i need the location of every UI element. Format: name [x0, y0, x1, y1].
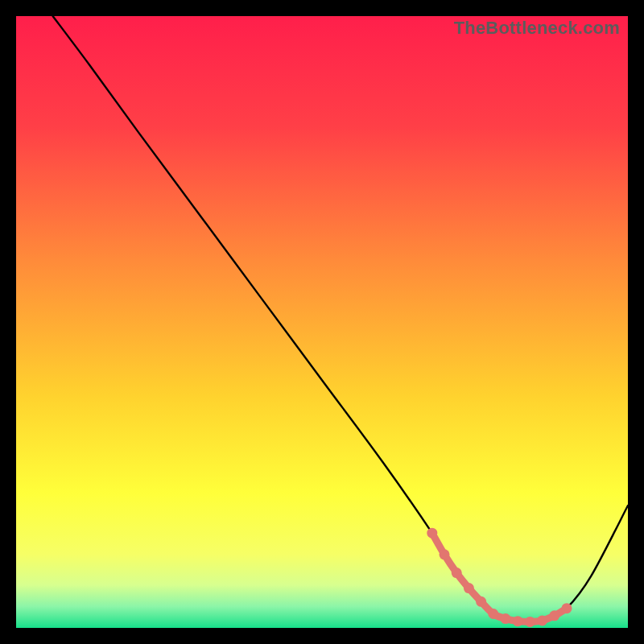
bottleneck-chart: [16, 16, 628, 628]
chart-background: [16, 16, 628, 628]
highlight-point: [452, 568, 462, 578]
highlight-point: [464, 583, 474, 593]
highlight-point: [562, 603, 572, 613]
highlight-point: [476, 597, 486, 607]
highlight-point: [525, 617, 535, 627]
highlight-point: [501, 613, 511, 624]
highlight-point: [549, 610, 559, 621]
highlight-point: [440, 549, 450, 559]
chart-frame: TheBottleneck.com: [16, 16, 628, 628]
highlight-point: [537, 615, 547, 625]
highlight-point: [513, 616, 523, 626]
watermark-label: TheBottleneck.com: [454, 18, 620, 39]
highlight-point: [427, 528, 437, 539]
highlight-point: [488, 609, 498, 619]
